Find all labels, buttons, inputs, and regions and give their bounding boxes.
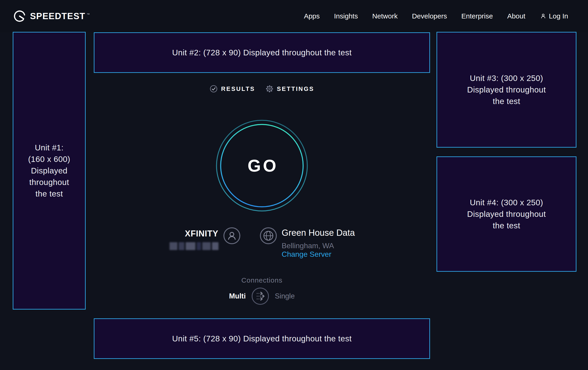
speedtest-page: SPEEDTEST ™ Apps Insights Network Develo… <box>0 0 588 370</box>
server-block: Green House Data Bellingham, WA Change S… <box>282 227 355 259</box>
nav-item-enterprise[interactable]: Enterprise <box>461 12 493 20</box>
nav-item-network[interactable]: Network <box>372 12 398 20</box>
ad-unit-3[interactable]: Unit #3: (300 x 250)Displayed throughout… <box>437 32 577 148</box>
connections-toggle-row: Multi Single <box>94 287 430 305</box>
tab-results-label: RESULTS <box>221 85 255 92</box>
nav-item-developers[interactable]: Developers <box>412 12 447 20</box>
tabs-row: RESULTS SETTINGS <box>94 83 430 94</box>
speedtest-gauge-icon <box>13 10 26 23</box>
main-menu: Apps Insights Network Developers Enterpr… <box>304 12 568 20</box>
ad-unit-4[interactable]: Unit #4: (300 x 250)Displayed throughout… <box>437 156 577 272</box>
globe-icon <box>260 227 277 245</box>
ad-unit-3-text: Unit #3: (300 x 250)Displayed throughout… <box>467 72 546 107</box>
user-circle-icon <box>223 227 241 245</box>
logo-text: SPEEDTEST <box>30 11 85 21</box>
ad-unit-1[interactable]: Unit #1:(160 x 600)Displayedthroughoutth… <box>13 32 86 310</box>
ad-unit-1-text: Unit #1:(160 x 600)Displayedthroughoutth… <box>28 142 70 200</box>
nav-item-about[interactable]: About <box>507 12 525 20</box>
server-icon-wrap <box>260 227 277 245</box>
top-nav: SPEEDTEST ™ Apps Insights Network Develo… <box>0 0 588 32</box>
tab-settings[interactable]: SETTINGS <box>265 85 314 93</box>
multi-arrows-icon[interactable] <box>251 287 269 305</box>
login-label: Log In <box>549 12 568 20</box>
user-icon <box>540 13 547 20</box>
isp-redacted-text <box>169 242 219 250</box>
speedtest-logo[interactable]: SPEEDTEST ™ <box>13 10 90 23</box>
nav-item-apps[interactable]: Apps <box>304 12 320 20</box>
go-label: GO <box>213 117 310 214</box>
go-button[interactable]: GO <box>213 117 310 214</box>
check-circle-icon <box>210 85 218 93</box>
tab-results[interactable]: RESULTS <box>210 85 255 93</box>
isp-name: XFINITY <box>169 229 219 239</box>
nav-item-login[interactable]: Log In <box>540 12 568 20</box>
isp-block: XFINITY <box>169 227 219 250</box>
connections-option-multi[interactable]: Multi <box>229 292 246 300</box>
connection-meta: XFINITY Green House Data Bellingham, WA … <box>94 227 430 259</box>
server-name: Green House Data <box>282 228 355 238</box>
ad-unit-4-text: Unit #4: (300 x 250)Displayed throughout… <box>467 197 546 231</box>
ad-unit-5[interactable]: Unit #5: (728 x 90) Displayed throughout… <box>94 318 430 359</box>
connections-label: Connections <box>94 276 430 284</box>
tab-settings-label: SETTINGS <box>277 85 314 92</box>
ad-unit-2-text: Unit #2: (728 x 90) Displayed throughout… <box>172 47 352 58</box>
server-location: Bellingham, WA <box>282 241 355 250</box>
change-server-link[interactable]: Change Server <box>282 250 331 258</box>
nav-item-insights[interactable]: Insights <box>334 12 358 20</box>
ad-unit-5-text: Unit #5: (728 x 90) Displayed throughout… <box>172 333 352 344</box>
connections-option-single[interactable]: Single <box>275 292 295 300</box>
logo-trademark: ™ <box>87 13 90 16</box>
ad-unit-2[interactable]: Unit #2: (728 x 90) Displayed throughout… <box>94 32 430 73</box>
gear-icon <box>265 85 274 93</box>
